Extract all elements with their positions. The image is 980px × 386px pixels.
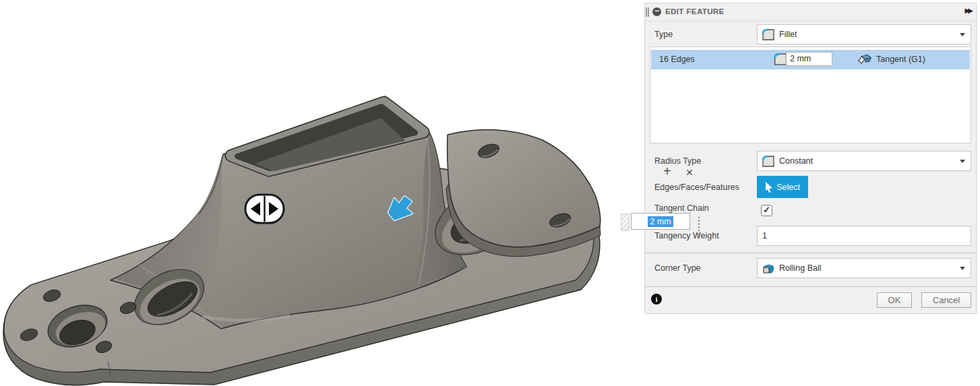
fillet-icon (762, 155, 775, 168)
add-edge-set-button[interactable]: + (663, 164, 671, 178)
edge-set-row[interactable]: 16 Edges 2 mm Tangent (G1) (651, 50, 970, 69)
edge-set-list[interactable]: 16 Edges 2 mm Tangent (G1) + ✕ (650, 46, 971, 143)
tangent-icon (857, 53, 872, 67)
dimension-value-selected[interactable]: 2 mm (648, 216, 673, 227)
model-wing-top[interactable] (448, 129, 601, 247)
chevron-down-icon (960, 267, 965, 270)
dimension-input[interactable]: 2 mm (631, 213, 690, 230)
radius-value-field[interactable]: 2 mm (786, 52, 832, 66)
drag-grip-icon[interactable] (646, 7, 650, 17)
ok-button[interactable]: OK (877, 292, 912, 308)
select-button-label: Select (776, 183, 800, 192)
radius-type-value: Constant (779, 156, 960, 166)
tangency-weight-input[interactable]: 1 (757, 226, 971, 246)
model-3d[interactable] (0, 0, 644, 386)
radius-type-dropdown[interactable]: Constant (757, 151, 971, 171)
dialog-header[interactable]: − EDIT FEATURE ▶▶ (645, 3, 976, 22)
corner-type-label: Corner Type (654, 263, 701, 274)
model-viewport[interactable] (0, 0, 644, 386)
continuity-value: Tangent (G1) (876, 55, 925, 64)
fillet-drag-handle-icon[interactable] (245, 195, 284, 223)
edge-count: 16 Edges (659, 55, 695, 64)
remove-edge-set-button[interactable]: ✕ (685, 167, 694, 178)
tangency-weight-label: Tangency Weight (654, 230, 719, 241)
cancel-button[interactable]: Cancel (921, 292, 971, 308)
fast-forward-icon[interactable]: ▶▶ (965, 7, 971, 14)
divider (645, 286, 976, 287)
rolling-ball-icon (762, 262, 775, 275)
fillet-icon (762, 28, 775, 41)
cursor-icon (765, 182, 773, 193)
chevron-down-icon (960, 33, 965, 36)
info-icon[interactable]: i (651, 294, 662, 304)
dialog-title: EDIT FEATURE (665, 7, 725, 15)
dimension-input-grip[interactable] (621, 214, 630, 231)
dimension-drag-dots-icon[interactable] (698, 216, 700, 235)
check-icon: ✓ (763, 205, 770, 215)
type-label: Type (654, 29, 673, 40)
tangent-chain-label: Tangent Chain (654, 203, 709, 214)
divider (645, 253, 976, 253)
chevron-down-icon (960, 160, 965, 163)
corner-type-dropdown[interactable]: Rolling Ball (757, 258, 971, 278)
tangent-chain-checkbox[interactable]: ✓ (761, 205, 772, 216)
corner-type-value: Rolling Ball (779, 263, 960, 273)
radius-type-label: Radius Type (654, 156, 701, 166)
selection-label: Edges/Faces/Features (654, 182, 739, 193)
type-dropdown[interactable]: Fillet (757, 24, 971, 44)
edit-feature-dialog: − EDIT FEATURE ▶▶ Type Fillet 16 Edges 2… (644, 3, 977, 314)
select-button[interactable]: Select (757, 176, 808, 198)
type-value: Fillet (779, 30, 960, 39)
collapse-icon[interactable]: − (652, 7, 661, 16)
